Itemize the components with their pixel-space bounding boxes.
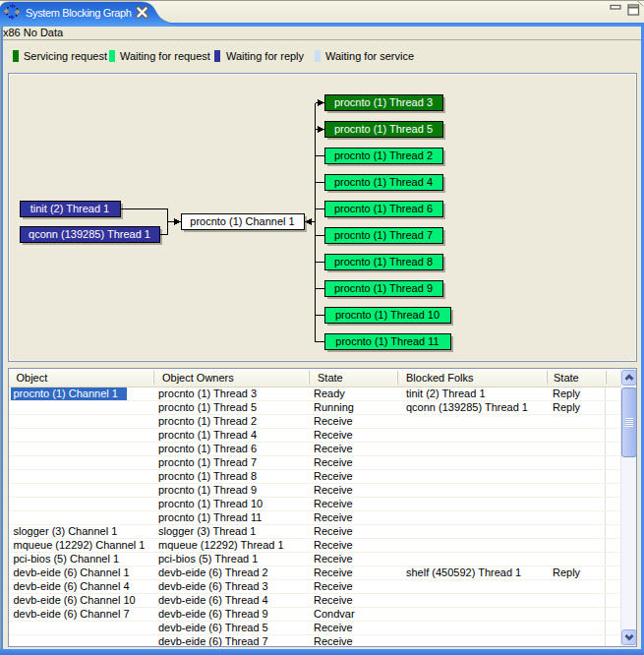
svg-text:tinit (2) Thread 1: tinit (2) Thread 1: [30, 203, 110, 214]
svg-text:procnto (1) Thread 11: procnto (1) Thread 11: [335, 335, 439, 347]
svg-text:procnto (1) Thread 6: procnto (1) Thread 6: [334, 203, 433, 214]
svg-text:procnto (1) Thread 9: procnto (1) Thread 9: [334, 282, 433, 294]
svg-text:qconn (139285) Thread 1: qconn (139285) Thread 1: [29, 228, 150, 240]
svg-text:procnto (1) Thread 7: procnto (1) Thread 7: [334, 229, 433, 241]
svg-text:procnto (1) Thread 4: procnto (1) Thread 4: [334, 176, 433, 188]
svg-text:procnto (1) Thread 10: procnto (1) Thread 10: [335, 309, 439, 321]
svg-text:procnto (1) Thread 3: procnto (1) Thread 3: [334, 96, 433, 108]
svg-text:procnto (1) Thread 2: procnto (1) Thread 2: [334, 149, 433, 161]
svg-text:procnto (1) Thread 8: procnto (1) Thread 8: [334, 256, 433, 268]
svg-text:procnto (1) Thread 5: procnto (1) Thread 5: [334, 123, 433, 135]
svg-text:procnto (1) Channel 1: procnto (1) Channel 1: [190, 215, 294, 227]
